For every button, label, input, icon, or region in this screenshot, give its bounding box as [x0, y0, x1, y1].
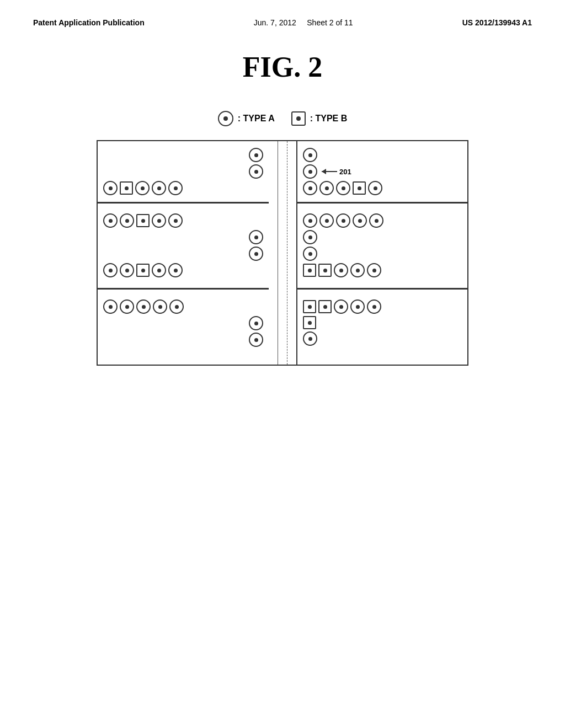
circle-a-l1r3c4 [152, 181, 166, 195]
circle-a-r2r1c4 [353, 213, 367, 228]
row-l3-r2 [103, 316, 263, 330]
right-panel: 201 [296, 141, 467, 365]
row-r3-r1 [303, 299, 462, 314]
label-201: 201 [339, 168, 351, 176]
circle-a-r3r1c3 [334, 299, 348, 314]
row-l1-r2 [103, 164, 263, 179]
row-l2-r4 [103, 263, 263, 277]
right-section-3 [297, 293, 467, 365]
row-l2-r3 [103, 247, 263, 261]
circle-a-r1r1c1 [303, 148, 317, 162]
circle-a-r2r3c1 [303, 247, 317, 261]
circle-a-l2r1c2 [120, 213, 134, 228]
circle-a-l1r3c5 [168, 181, 183, 195]
patent-number: US 2012/139943 A1 [462, 18, 532, 27]
circle-a-l3r1c4 [153, 299, 167, 314]
left-panel [98, 141, 269, 365]
circle-a-r3r1c4 [350, 299, 365, 314]
circle-b-l2r4c3 [136, 264, 150, 277]
diagram-wrapper: 201 [0, 140, 565, 366]
circle-a-l3r1c3 [136, 299, 151, 314]
circle-a-l1r3c3 [135, 181, 150, 195]
type-b-symbol [291, 111, 306, 126]
circle-a-l3r3c1 [249, 333, 263, 347]
middle-divider [269, 141, 296, 365]
circle-a-r2r4c5 [367, 263, 381, 277]
main-diagram: 201 [97, 140, 468, 366]
row-r1-r2: 201 [303, 164, 462, 179]
circle-a-r1r3c1 [303, 181, 317, 195]
left-section-2 [98, 207, 269, 290]
circle-a-r2r1c1 [303, 213, 317, 228]
row-l3-r1 [103, 299, 263, 314]
row-r2-r1 [303, 213, 462, 228]
circle-b-r2r4c2 [318, 264, 332, 277]
row-r2-r3 [303, 247, 462, 261]
circle-a-l2r4c2 [120, 263, 134, 277]
row-l3-r3 [103, 333, 263, 347]
circle-a-r3r1c5 [367, 299, 381, 314]
circle-a-l2r2c1 [249, 230, 263, 244]
row-l2-r2 [103, 230, 263, 244]
circle-a-l1r1c1 [249, 148, 263, 162]
arrow-line [322, 171, 337, 172]
circle-a-r3r3c1 [303, 331, 317, 346]
row-r3-r2 [303, 316, 462, 329]
header-left: Patent Application Publication [33, 17, 145, 29]
legend-type-b: : TYPE B [291, 111, 348, 126]
circle-a-l2r4c1 [103, 263, 118, 277]
arrowhead [322, 169, 326, 174]
legend: : TYPE A : TYPE B [0, 111, 565, 126]
circle-b-r2r4c1 [303, 264, 316, 277]
circle-b-r3r1c1 [303, 300, 316, 313]
circle-a-l1r2c1 [249, 164, 263, 179]
header-center: Jun. 7, 2012 Sheet 2 of 11 [254, 17, 353, 29]
circle-b-l2r1c3 [136, 214, 150, 227]
date-label: Jun. 7, 2012 [254, 18, 296, 27]
mid-solid-line [278, 141, 278, 365]
row-r2-r4 [303, 263, 462, 277]
circle-a-l2r3c1 [249, 247, 263, 261]
row-r1-r3 [303, 181, 462, 195]
row-l1-r3 [103, 181, 263, 195]
legend-type-a: : TYPE A [218, 111, 275, 126]
type-a-symbol [218, 111, 233, 126]
publication-label: Patent Application Publication [33, 18, 145, 27]
circle-a-l2r1c1 [103, 213, 118, 228]
row-r1-r1 [303, 148, 462, 162]
left-section-3 [98, 293, 269, 365]
sheet-label: Sheet 2 of 11 [307, 18, 353, 27]
type-a-label: : TYPE A [238, 114, 275, 124]
header-right: US 2012/139943 A1 [462, 17, 532, 29]
circle-a-r1r3c3 [336, 181, 350, 195]
circle-a-r2r1c2 [319, 213, 334, 228]
page-header: Patent Application Publication Jun. 7, 2… [0, 0, 565, 29]
row-l1-r1 [103, 148, 263, 162]
circle-a-r2r1c5 [369, 213, 383, 228]
circle-a-l2r1c5 [168, 213, 183, 228]
circle-a-l2r4c4 [152, 263, 166, 277]
circle-a-r2r4c4 [350, 263, 365, 277]
circle-b-r3r2c1 [303, 316, 316, 329]
circle-a-l3r1c5 [169, 299, 184, 314]
circle-a-r2r2c1 [303, 230, 317, 244]
circle-b-r3r1c2 [318, 300, 332, 313]
row-r3-r3 [303, 331, 462, 346]
circle-a-l2r1c4 [152, 213, 166, 228]
circle-a-l2r4c5 [168, 263, 183, 277]
figure-title: FIG. 2 [0, 51, 565, 83]
circle-a-r1r2c1 [303, 164, 317, 179]
circle-a-r1r3c2 [319, 181, 334, 195]
right-section-2 [297, 207, 467, 290]
left-section-1 [98, 141, 269, 204]
circle-b-r1r3c4 [353, 181, 366, 195]
circle-a-l1r3c1 [103, 181, 118, 195]
circle-a-r2r4c3 [334, 263, 348, 277]
row-r2-r2 [303, 230, 462, 244]
circle-a-l3r2c1 [249, 316, 263, 330]
label-201-container: 201 [322, 168, 351, 176]
type-b-label: : TYPE B [310, 114, 348, 124]
circle-b-l1r3c2 [120, 181, 133, 195]
circle-a-r1r3c5 [368, 181, 382, 195]
circle-a-l3r1c1 [103, 299, 118, 314]
